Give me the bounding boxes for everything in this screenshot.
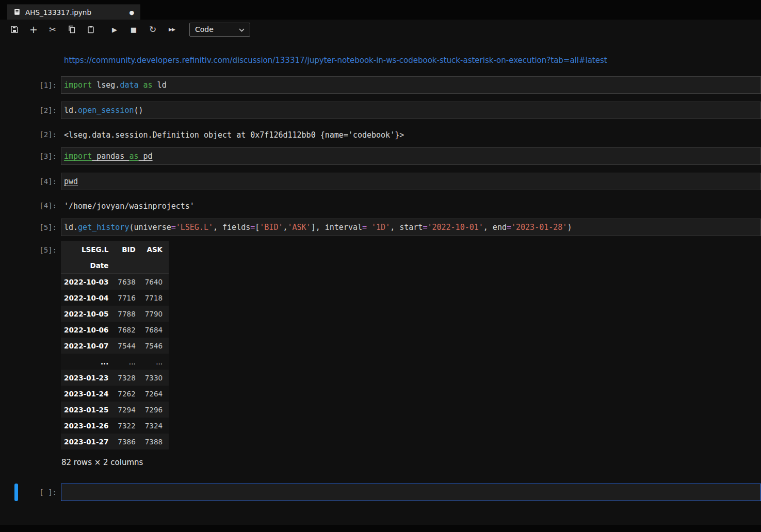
column-header: BID	[115, 241, 141, 257]
run-cell-button[interactable]: ▶	[107, 22, 122, 37]
code-token: ld.	[64, 106, 78, 115]
code-token: get_history	[78, 223, 129, 232]
row-date: 2022-10-07	[61, 338, 115, 354]
row-date: 2022-10-03	[61, 274, 115, 290]
code-token: =	[507, 223, 511, 232]
chevron-down-icon	[239, 25, 245, 34]
input-prompt: [5]:	[0, 219, 61, 236]
table-row: 2022-10-0577887790	[61, 306, 169, 322]
code-token: ,	[283, 223, 287, 232]
dirty-indicator[interactable]: ●	[129, 10, 134, 15]
table-row: .........	[61, 354, 169, 370]
code-token: import	[64, 80, 92, 90]
code-token: import	[64, 152, 92, 161]
fast-forward-icon: ▶▶	[169, 27, 175, 32]
code-token: 'LSEG.L'	[176, 223, 213, 232]
dataframe-table: LSEG.LBIDASKDate 2022-10-03763876402022-…	[61, 241, 169, 450]
output-text: <lseg.data.session.Definition object at …	[61, 126, 761, 140]
cell-value: 7388	[142, 434, 169, 450]
cell-value: 7386	[115, 434, 141, 450]
cell-value: ...	[142, 354, 169, 370]
code-input[interactable]: pwd	[61, 173, 761, 190]
cell-value: ...	[115, 354, 141, 370]
dataframe-shape-label: 82 rows × 2 columns	[61, 458, 761, 467]
code-token: =	[171, 223, 176, 232]
row-date: 2023-01-27	[61, 434, 115, 450]
paste-cell-button[interactable]	[83, 22, 99, 37]
save-button[interactable]	[7, 22, 22, 37]
cell-value: 7638	[115, 274, 141, 290]
stop-icon: ■	[131, 26, 137, 34]
cell-value: 7294	[115, 402, 141, 418]
code-input[interactable]: import lseg.data as ld	[61, 76, 761, 94]
code-token	[367, 223, 371, 232]
cell-value: 7684	[142, 322, 169, 338]
code-token: 'ASK'	[288, 223, 311, 232]
restart-run-all-button[interactable]: ▶▶	[164, 22, 180, 37]
code-token: open_session	[78, 106, 134, 115]
clipboard-icon	[87, 25, 95, 34]
output-cell-5: [5]: LSEG.LBIDASKDate 2022-10-0376387640…	[0, 241, 761, 467]
code-input-empty[interactable]	[61, 484, 761, 501]
input-prompt: [1]:	[0, 76, 61, 94]
column-header: ASK	[142, 241, 169, 257]
code-input[interactable]: ld.open_session()	[61, 102, 761, 119]
cell-value: 7546	[142, 338, 169, 354]
code-cell-3: [3]: import pandas as pd	[0, 147, 761, 165]
cell-value: 7716	[115, 290, 141, 306]
input-prompt: [ ]:	[0, 484, 61, 501]
cell-value: 7264	[142, 386, 169, 402]
restart-kernel-button[interactable]: ↻	[145, 22, 160, 37]
add-cell-button[interactable]: +	[26, 22, 41, 37]
cell-value: 7790	[142, 306, 169, 322]
cell-value: 7788	[115, 306, 141, 322]
code-token: '2023-01-28'	[511, 223, 567, 232]
plus-icon: +	[29, 25, 38, 35]
discussion-link[interactable]: https://community.developers.refinitiv.c…	[64, 56, 607, 65]
run-icon: ▶	[112, 26, 117, 34]
cut-cell-button[interactable]: ✂	[45, 22, 60, 37]
markdown-gutter	[0, 53, 61, 65]
code-token: )	[567, 223, 572, 232]
row-date: 2023-01-26	[61, 418, 115, 434]
window-edge	[0, 525, 761, 532]
code-token: (universe	[129, 223, 171, 232]
column-header: LSEG.L	[61, 241, 115, 257]
code-token	[139, 80, 143, 90]
notebook-toolbar: + ✂ ▶ ■ ↻ ▶▶ Code	[0, 20, 761, 39]
code-input[interactable]: import pandas as pd	[61, 147, 761, 165]
notebook-tab[interactable]: AHS_133317.ipynb ●	[7, 5, 140, 20]
index-label-spacer	[115, 257, 141, 274]
restart-icon: ↻	[149, 24, 156, 35]
code-token: =	[250, 223, 255, 232]
input-prompt: [3]:	[0, 147, 61, 165]
code-token: pandas	[92, 152, 129, 161]
scissors-icon: ✂	[49, 25, 56, 35]
table-row: 2023-01-2773867388	[61, 434, 169, 450]
cell-type-dropdown[interactable]: Code	[189, 23, 250, 37]
index-label-spacer	[142, 257, 169, 274]
table-row: 2023-01-2673227324	[61, 418, 169, 434]
cell-value: 7322	[115, 418, 141, 434]
input-prompt: [4]:	[0, 173, 61, 190]
cell-value: 7324	[142, 418, 169, 434]
code-token: [	[255, 223, 260, 232]
copy-cell-button[interactable]	[64, 22, 79, 37]
save-icon	[10, 25, 19, 34]
row-date: 2023-01-25	[61, 402, 115, 418]
cell-value: 7330	[142, 370, 169, 386]
code-input[interactable]: ld.get_history(universe='LSEG.L', fields…	[61, 219, 761, 236]
table-row: 2023-01-2472627264	[61, 386, 169, 402]
code-token: ld.	[64, 223, 78, 232]
table-row: 2022-10-0775447546	[61, 338, 169, 354]
notebook-file-icon	[13, 8, 21, 18]
row-date: 2023-01-24	[61, 386, 115, 402]
cell-value: 7682	[115, 322, 141, 338]
cell-collapser[interactable]	[14, 484, 18, 501]
index-label: Date	[61, 257, 115, 274]
code-cell-4: [4]: pwd	[0, 173, 761, 190]
interrupt-kernel-button[interactable]: ■	[126, 22, 141, 37]
code-token: as	[143, 80, 153, 90]
code-token: pd	[139, 152, 153, 161]
cell-value: 7262	[115, 386, 141, 402]
